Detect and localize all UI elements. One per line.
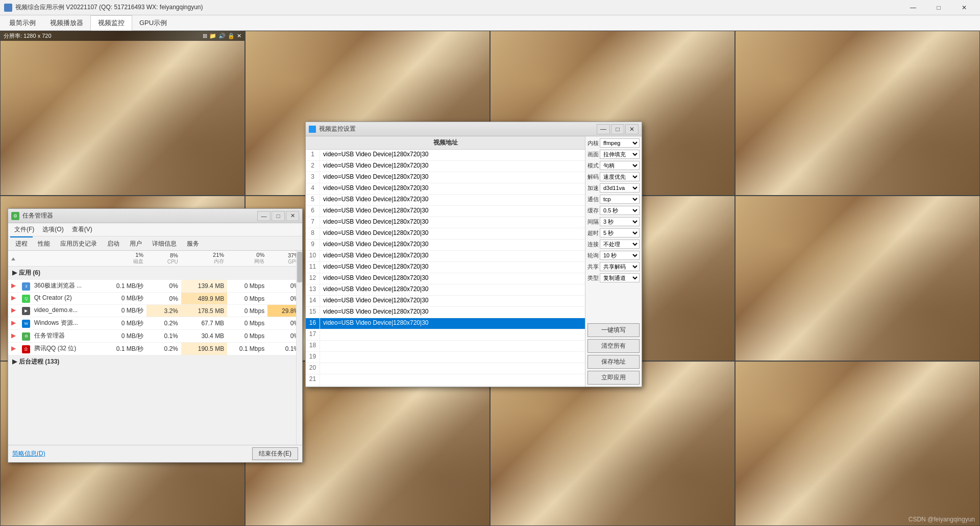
url-list-item[interactable]: 21 — [306, 374, 585, 386]
tab-video-player[interactable]: 视频播放器 — [43, 15, 90, 31]
vm-action-button[interactable]: 清空所有 — [587, 339, 640, 353]
url-list-item[interactable]: 17 — [306, 329, 585, 341]
icon-volume[interactable]: 🔊 — [218, 33, 226, 39]
tm-minimize-button[interactable]: — — [257, 211, 271, 221]
minimize-button[interactable]: — — [901, 0, 925, 15]
end-task-button[interactable]: 结束任务(E) — [252, 447, 298, 460]
tm-close-button[interactable]: ✕ — [286, 211, 299, 221]
url-text — [320, 374, 585, 385]
url-list-item[interactable]: 10video=USB Video Device|1280x720|30 — [306, 251, 585, 262]
tab-simplest-example[interactable]: 最简示例 — [2, 15, 43, 31]
video-cell-1[interactable]: 分辨率: 1280 x 720 ⊞ 📁 🔊 🔒 ✕ — [0, 31, 245, 196]
tm-menu-file[interactable]: 文件(F) — [10, 224, 38, 235]
resolution-label: 分辨率: 1280 x 720 — [4, 32, 52, 40]
setting-select[interactable]: tcp — [600, 195, 640, 204]
vm-action-button[interactable]: 立即应用 — [587, 371, 640, 385]
url-number: 3 — [306, 172, 320, 183]
setting-row: 画面拉伸填充 — [587, 150, 640, 159]
vm-maximize-button[interactable]: □ — [611, 124, 624, 134]
vm-minimize-button[interactable]: — — [597, 124, 610, 134]
url-list-item[interactable]: 11video=USB Video Device|1280x720|30 — [306, 262, 585, 273]
setting-select[interactable]: 不处理 — [600, 240, 640, 249]
url-list-item[interactable]: 2video=USB Video Device|1280x720|30 — [306, 161, 585, 172]
table-row[interactable]: ▶ 企 腾讯QQ (32 位) 0.1 MB/秒 0.2% 190.5 MB 0… — [8, 343, 302, 355]
table-row[interactable]: ▶ 3 360极速浏览器 ... 0.1 MB/秒 0% 139.4 MB 0 … — [8, 280, 302, 293]
vm-dialog-content: 视频地址 1video=USB Video Device|1280x720|30… — [306, 136, 642, 387]
video-cell-12[interactable] — [735, 361, 980, 526]
vm-close-button[interactable]: ✕ — [625, 124, 639, 134]
setting-select[interactable]: 0.5 秒 — [600, 206, 640, 215]
tab-video-monitor[interactable]: 视频监控 — [90, 15, 132, 31]
tab-app-history[interactable]: 应用历史记录 — [55, 236, 102, 250]
tab-processes[interactable]: 进程 — [10, 236, 33, 250]
table-row[interactable]: ▶ Q Qt Creator (2) 0 MB/秒 0% 489.9 MB 0 … — [8, 293, 302, 305]
url-list-item[interactable]: 22 — [306, 386, 585, 387]
icon-close[interactable]: ✕ — [237, 33, 241, 39]
tab-gpu-example[interactable]: GPU示例 — [132, 15, 174, 31]
setting-row: 解码速度优先 — [587, 172, 640, 181]
url-list-item[interactable]: 19 — [306, 352, 585, 363]
task-manager-window: ⚙ 任务管理器 — □ ✕ 文件(F) 选项(O) 查看(V) 进程 性能 应用… — [8, 208, 303, 463]
tab-startup[interactable]: 启动 — [102, 236, 125, 250]
table-row[interactable]: ▶ ▶ video_demo.e... 0 MB/秒 3.2% 178.5 MB… — [8, 305, 302, 317]
table-row[interactable]: ▶ ⚙ 任务管理器 0 MB/秒 0.1% 30.4 MB 0 Mbps 0% — [8, 330, 302, 343]
setting-select[interactable]: 速度优先 — [600, 172, 640, 181]
url-list-item[interactable]: 16video=USB Video Device|1280x720|30 — [306, 318, 585, 329]
tab-users[interactable]: 用户 — [125, 236, 147, 250]
icon-screen[interactable]: ⊞ — [203, 33, 207, 39]
setting-select[interactable]: 复制通道 — [600, 273, 640, 282]
tm-menu-options[interactable]: 选项(O) — [38, 224, 67, 235]
setting-select[interactable]: 5 秒 — [600, 228, 640, 237]
tab-details[interactable]: 详细信息 — [147, 236, 182, 250]
mem-val: 30.4 MB — [181, 330, 227, 343]
url-list-item[interactable]: 6video=USB Video Device|1280x720|30 — [306, 206, 585, 217]
maximize-button[interactable]: □ — [927, 0, 950, 15]
url-list-item[interactable]: 7video=USB Video Device|1280x720|30 — [306, 217, 585, 228]
tab-performance[interactable]: 性能 — [33, 236, 55, 250]
csdn-watermark: CSDN @feiyangqingyun — [909, 516, 975, 523]
url-list-item[interactable]: 15video=USB Video Device|1280x720|30 — [306, 307, 585, 318]
tab-services[interactable]: 服务 — [182, 236, 204, 250]
setting-select[interactable]: ffmpeg — [600, 138, 640, 148]
setting-select[interactable]: 共享解码 — [600, 262, 640, 271]
url-list-item[interactable]: 1video=USB Video Device|1280x720|30 — [306, 150, 585, 161]
url-list-item[interactable]: 5video=USB Video Device|1280x720|30 — [306, 195, 585, 206]
url-list-item[interactable]: 20 — [306, 363, 585, 374]
process-name: ▶ W Windows 资源... — [8, 317, 101, 330]
mem-val: 67.7 MB — [181, 317, 227, 330]
setting-select[interactable]: 10 秒 — [600, 251, 640, 260]
setting-select[interactable]: 3 秒 — [600, 217, 640, 226]
vm-action-button[interactable]: 保存地址 — [587, 355, 640, 369]
url-list-item[interactable]: 13video=USB Video Device|1280x720|30 — [306, 284, 585, 296]
url-list-item[interactable]: 4video=USB Video Device|1280x720|30 — [306, 183, 585, 195]
url-list-item[interactable]: 14video=USB Video Device|1280x720|30 — [306, 296, 585, 307]
icon-folder[interactable]: 📁 — [209, 33, 216, 39]
col-disk-stat: 1%磁盘 — [101, 251, 146, 267]
url-list-item[interactable]: 12video=USB Video Device|1280x720|30 — [306, 273, 585, 284]
video-cell-8[interactable] — [735, 196, 980, 361]
video-cell-4[interactable] — [735, 31, 980, 196]
url-text: video=USB Video Device|1280x720|30 — [320, 262, 585, 273]
setting-select[interactable]: 句柄 — [600, 161, 640, 170]
setting-select[interactable]: d3d11va — [600, 183, 640, 193]
col-sort-icon[interactable] — [8, 251, 101, 267]
close-button[interactable]: ✕ — [952, 0, 976, 15]
tm-scrollbar[interactable] — [296, 251, 302, 445]
table-row[interactable]: ▶ W Windows 资源... 0 MB/秒 0.2% 67.7 MB 0 … — [8, 317, 302, 330]
setting-select[interactable]: 拉伸填充 — [600, 150, 640, 159]
url-number: 22 — [306, 386, 320, 387]
tm-maximize-button[interactable]: □ — [272, 211, 285, 221]
vm-action-button[interactable]: 一键填写 — [587, 323, 640, 337]
url-list-item[interactable]: 9video=USB Video Device|1280x720|30 — [306, 240, 585, 251]
process-name: ▶ 企 腾讯QQ (32 位) — [8, 343, 101, 355]
tm-menu-view[interactable]: 查看(V) — [68, 224, 96, 235]
vm-action-buttons: 一键填写清空所有保存地址立即应用 — [587, 323, 640, 385]
url-list-item[interactable]: 3video=USB Video Device|1280x720|30 — [306, 172, 585, 183]
summary-link[interactable]: 简略信息(D) — [12, 449, 45, 458]
col-cpu-stat: 8%CPU — [146, 251, 181, 267]
net-val: 0.1 Mbps — [227, 343, 267, 355]
url-list-item[interactable]: 8video=USB Video Device|1280x720|30 — [306, 228, 585, 240]
url-list-item[interactable]: 18 — [306, 341, 585, 352]
icon-lock[interactable]: 🔒 — [228, 33, 235, 39]
vm-url-list[interactable]: 1video=USB Video Device|1280x720|302vide… — [306, 150, 585, 387]
